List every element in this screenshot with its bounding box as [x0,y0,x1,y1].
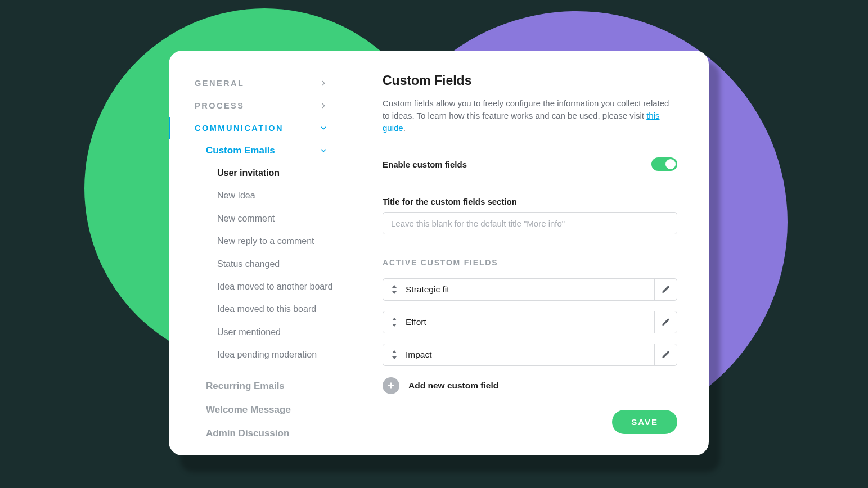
sort-icon [392,350,397,359]
sort-icon [392,318,397,327]
custom-field-row: Effort [383,311,677,333]
toggle-knob [665,159,676,169]
sidebar-leaf-pending-moderation[interactable]: Idea pending moderation [169,344,354,366]
desc-text: Custom fields allow you to freely config… [383,98,669,120]
title-input[interactable] [383,212,677,234]
sort-icon [392,285,397,294]
save-button[interactable]: SAVE [612,410,677,434]
sidebar-leaf-user-invitation[interactable]: User invitation [169,162,354,184]
edit-button[interactable] [654,311,677,333]
custom-field-label: Strategic fit [406,279,654,300]
sidebar-leaf-new-comment[interactable]: New comment [169,207,354,230]
sidebar-leaf-moved-this[interactable]: Idea moved to this board [169,298,354,320]
custom-field-row: Impact [383,344,677,366]
drag-handle[interactable] [383,279,406,300]
sidebar-leaf-new-idea[interactable]: New Idea [169,184,354,207]
active-fields-label: ACTIVE CUSTOM FIELDS [383,258,677,267]
sidebar-leaf-new-reply[interactable]: New reply to a comment [169,230,354,252]
sidebar-item-communication[interactable]: COMMUNICATION [169,117,354,139]
settings-panel: GENERAL PROCESS COMMUNICATION Custom Ema… [169,51,709,455]
sidebar-sub-custom-emails[interactable]: Custom Emails [169,139,354,162]
page-title: Custom Fields [383,73,677,88]
enable-label: Enable custom fields [383,160,467,169]
title-field-label: Title for the custom fields section [383,197,677,206]
sidebar-sub-welcome[interactable]: Welcome Message [169,398,354,422]
custom-field-label: Effort [406,311,654,333]
custom-field-row: Strategic fit [383,278,677,301]
plus-icon [383,377,399,394]
sidebar-leaf-status-changed[interactable]: Status changed [169,253,354,275]
chevron-right-icon [320,79,327,87]
add-custom-field-button[interactable]: Add new custom field [383,377,677,394]
sidebar-label: GENERAL [195,79,244,88]
sidebar-sub-admin[interactable]: Admin Discussion [169,422,354,445]
enable-row: Enable custom fields [383,157,677,171]
enable-toggle[interactable] [651,157,677,171]
edit-button[interactable] [654,344,677,365]
sidebar-label: COMMUNICATION [195,124,284,133]
sidebar-leaf-user-mentioned[interactable]: User mentioned [169,321,354,344]
drag-handle[interactable] [383,311,406,333]
pencil-icon [662,285,671,294]
edit-button[interactable] [654,279,677,300]
pencil-icon [662,318,671,327]
chevron-down-icon [320,124,327,132]
chevron-down-icon [320,147,327,155]
drag-handle[interactable] [383,344,406,365]
chevron-right-icon [320,102,327,110]
sidebar-label: PROCESS [195,101,244,110]
sidebar: GENERAL PROCESS COMMUNICATION Custom Ema… [169,51,354,455]
sidebar-label: Custom Emails [206,145,275,156]
sidebar-item-general[interactable]: GENERAL [169,72,354,94]
page-description: Custom fields allow you to freely config… [383,97,677,134]
pencil-icon [662,350,671,359]
custom-field-label: Impact [406,344,654,365]
content-area: Custom Fields Custom fields allow you to… [354,51,709,455]
add-label: Add new custom field [408,381,498,391]
sidebar-item-process[interactable]: PROCESS [169,94,354,117]
sidebar-leaf-moved-another[interactable]: Idea moved to another board [169,275,354,298]
sidebar-sub-recurring[interactable]: Recurring Emails [169,374,354,398]
desc-text-end: . [403,123,406,133]
